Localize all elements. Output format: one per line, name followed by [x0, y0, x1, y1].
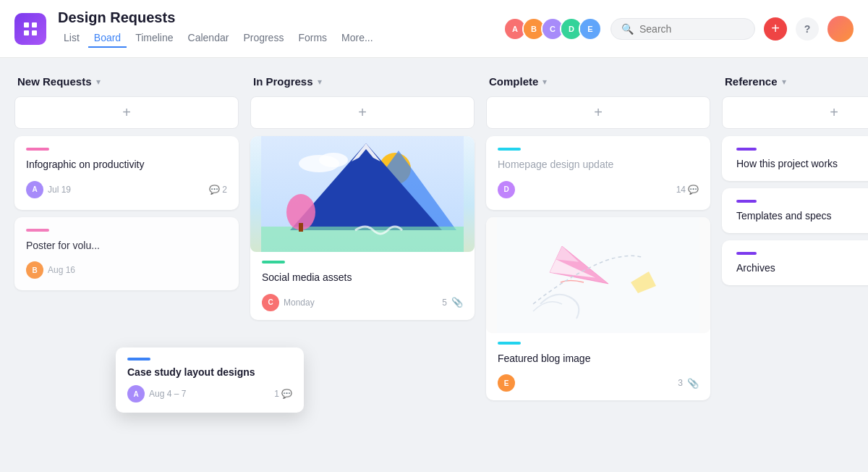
card-footer: A Jul 19 💬 2 — [26, 181, 227, 198]
search-icon: 🔍 — [621, 23, 634, 35]
floating-card-tag — [127, 358, 150, 361]
card-title: Poster for volu... — [26, 239, 227, 253]
app-logo-icon — [22, 20, 39, 38]
mountain-svg — [250, 136, 475, 252]
card-avatar: B — [26, 261, 43, 279]
ref-card-title: Templates and specs — [736, 210, 868, 222]
column-title-reference: Reference — [725, 75, 778, 88]
card-tag — [26, 148, 49, 151]
add-card-complete[interactable]: + — [486, 96, 710, 129]
app-icon — [14, 13, 46, 45]
tab-list[interactable]: List — [58, 29, 85, 48]
help-button[interactable]: ? — [796, 17, 819, 41]
card-tag — [498, 342, 521, 345]
column-complete: Complete ▾ + Homepage design update D 14… — [486, 75, 710, 455]
card-meta: B Aug 16 — [26, 261, 75, 279]
ref-card-tag — [736, 148, 757, 151]
chevron-down-icon[interactable]: ▾ — [318, 77, 322, 87]
svg-point-7 — [319, 153, 348, 167]
comment-icon: 💬 — [281, 389, 292, 399]
column-title-new-requests: New Requests — [17, 75, 92, 88]
ref-card-tag — [736, 200, 757, 203]
column-title-in-progress: In Progress — [253, 75, 313, 88]
svg-rect-2 — [24, 30, 29, 35]
tab-forms[interactable]: Forms — [292, 29, 333, 48]
avatar-5[interactable]: E — [579, 17, 602, 41]
card-meta: E — [498, 374, 515, 392]
card-homepage[interactable]: Homepage design update D 14 💬 — [486, 136, 710, 210]
card-avatar: A — [26, 181, 43, 198]
plane-illustration — [486, 217, 710, 333]
card-blog-image[interactable]: Featured blog image E 3 📎 — [486, 217, 710, 401]
tab-timeline[interactable]: Timeline — [129, 29, 179, 48]
card-avatar: E — [498, 374, 515, 392]
add-card-in-progress[interactable]: + — [250, 96, 475, 129]
card-title: Featured blog image — [498, 352, 699, 366]
chevron-down-icon[interactable]: ▾ — [542, 77, 547, 87]
card-avatar: A — [127, 385, 145, 403]
card-avatar: D — [498, 181, 515, 198]
svg-rect-13 — [299, 223, 303, 232]
card-title: Social media assets — [262, 271, 463, 285]
column-title-complete: Complete — [489, 75, 538, 88]
mountain-illustration — [250, 136, 475, 252]
user-avatar[interactable] — [827, 16, 854, 42]
header-right: A B C D E 🔍 + ? — [503, 16, 854, 42]
tab-progress[interactable]: Progress — [237, 29, 289, 48]
plane-svg — [486, 217, 710, 333]
ref-card-archives[interactable]: Archives — [722, 240, 868, 285]
card-meta: C Monday — [262, 294, 315, 311]
floating-card-case-study[interactable]: Case study layout designs A Aug 4 – 7 1 … — [116, 347, 304, 413]
card-social-media[interactable]: Social media assets C Monday 5 📎 — [250, 136, 475, 320]
card-poster[interactable]: Poster for volu... B Aug 16 — [14, 217, 239, 291]
svg-rect-11 — [261, 227, 464, 252]
comment-icon: 💬 — [688, 185, 699, 195]
card-date: Jul 19 — [48, 185, 71, 195]
add-card-new-requests[interactable]: + — [14, 96, 239, 129]
svg-rect-14 — [497, 217, 699, 333]
chevron-down-icon[interactable]: ▾ — [96, 77, 101, 87]
column-header-in-progress: In Progress ▾ — [250, 75, 475, 88]
card-footer: D 14 💬 — [498, 181, 699, 198]
card-body: Featured blog image E 3 📎 — [486, 333, 710, 401]
column-header-new-requests: New Requests ▾ — [14, 75, 239, 88]
search-bar[interactable]: 🔍 — [610, 18, 755, 40]
column-header-complete: Complete ▾ — [486, 75, 710, 88]
card-title: Homepage design update — [498, 158, 699, 172]
card-avatar: C — [262, 294, 279, 311]
tab-calendar[interactable]: Calendar — [182, 29, 235, 48]
header: Design Requests List Board Timeline Cale… — [0, 0, 868, 58]
card-date: Monday — [284, 298, 315, 308]
card-title: Infographic on productivity — [26, 158, 227, 172]
column-reference: Reference ▾ + How this project works Tem… — [722, 75, 868, 455]
svg-rect-0 — [24, 22, 29, 28]
tab-more[interactable]: More... — [336, 29, 379, 48]
nav-tabs: List Board Timeline Calendar Progress Fo… — [58, 29, 492, 48]
attachment-icon: 📎 — [451, 297, 463, 308]
card-footer: C Monday 5 📎 — [262, 294, 463, 311]
card-tag — [498, 148, 521, 151]
attachment-icon: 📎 — [687, 378, 699, 389]
ref-card-title: How this project works — [736, 158, 868, 169]
comment-icon: 💬 — [209, 185, 220, 195]
card-meta: A Aug 4 – 7 — [127, 385, 186, 403]
tab-board[interactable]: Board — [88, 29, 127, 48]
svg-rect-3 — [32, 30, 37, 35]
card-footer: E 3 📎 — [498, 374, 699, 392]
search-input[interactable] — [639, 23, 744, 35]
ref-card-how[interactable]: How this project works — [722, 136, 868, 181]
card-infographic[interactable]: Infographic on productivity A Jul 19 💬 2 — [14, 136, 239, 210]
add-card-reference[interactable]: + — [722, 96, 868, 129]
card-comment-count: 5 — [442, 298, 447, 308]
column-header-reference: Reference ▾ — [722, 75, 868, 88]
card-tag — [262, 261, 285, 264]
add-button[interactable]: + — [764, 17, 787, 41]
card-footer: B Aug 16 — [26, 261, 227, 279]
card-meta: D — [498, 181, 515, 198]
ref-card-templates[interactable]: Templates and specs — [722, 188, 868, 233]
card-date: Aug 4 – 7 — [149, 389, 186, 399]
chevron-down-icon[interactable]: ▾ — [782, 77, 786, 87]
ref-card-title: Archives — [736, 262, 868, 274]
card-body: Social media assets C Monday 5 📎 — [250, 252, 475, 320]
card-date: Aug 16 — [48, 265, 75, 275]
